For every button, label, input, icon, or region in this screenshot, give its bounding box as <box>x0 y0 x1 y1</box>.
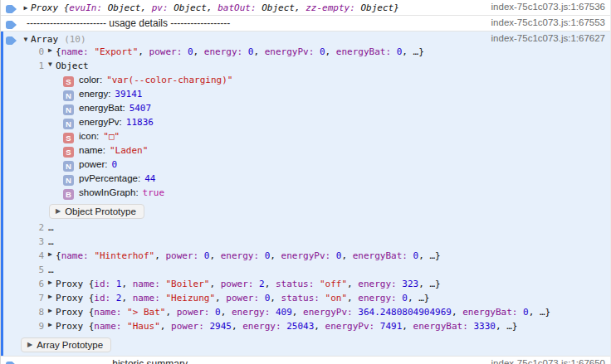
token-n: 2 <box>259 279 265 289</box>
console-entry-3: ------------------------- historic summa… <box>1 357 610 364</box>
token-p: , <box>193 46 204 57</box>
property-row[interactable]: Npower:0 <box>1 159 610 173</box>
item-preview: Proxy {id: 2, name: "Heizung", power: 0,… <box>56 293 429 307</box>
disclosure-triangle-icon[interactable]: ▶ <box>48 321 56 335</box>
type-badge-string-icon: S <box>63 76 74 87</box>
object-preview[interactable]: Proxy {evuIn: Object, pv: Object, batOut… <box>31 2 399 14</box>
disclosure-triangle-icon[interactable]: ▼ <box>21 33 31 46</box>
token-n: 25043 <box>286 321 314 332</box>
object-prototype-button[interactable]: ▶Object Prototype <box>49 204 144 219</box>
token-k: energy: <box>221 250 259 261</box>
disclosure-triangle-icon[interactable]: ▶ <box>48 293 56 307</box>
prototype-button-label: Array Prototype <box>37 340 103 350</box>
array-title[interactable]: Array <box>31 33 58 46</box>
token-p: , <box>215 293 226 303</box>
array-index: 5 <box>34 265 44 279</box>
array-item-row[interactable]: 7▶Proxy {id: 2, name: "Heizung", power: … <box>1 293 610 307</box>
disclosure-triangle-icon[interactable]: ▼ <box>48 61 56 75</box>
devtools-console-panel: ▶Proxy {evuIn: Object, pv: Object, batOu… <box>0 0 611 364</box>
message-content: ------------------------ usage details -… <box>21 17 483 29</box>
token-n: 39141 <box>115 89 142 99</box>
token-p: , <box>270 293 281 303</box>
token-n: 2945 <box>209 321 232 332</box>
token-p <box>110 279 116 289</box>
property-value: 39141 <box>115 89 142 103</box>
array-item-row[interactable]: 9▶Proxy {name: "Haus", power: 2945, ener… <box>1 321 610 335</box>
array-item-row[interactable]: 0▶{name: "Export", power: 0, energy: 0, … <box>1 46 610 61</box>
console-entry-header[interactable]: ▶Proxy {evuIn: Object, pv: Object, batOu… <box>1 0 610 15</box>
disclosure-triangle-icon[interactable]: ▶ <box>48 307 56 321</box>
token-n: 0 <box>215 307 221 318</box>
disclosure-triangle-icon: ▶ <box>27 341 32 348</box>
message-content: ------------------------- historic summa… <box>21 358 483 364</box>
disclosure-triangle-icon[interactable]: ▶ <box>48 46 56 61</box>
type-badge-number-icon: N <box>63 90 74 101</box>
token-p <box>408 250 413 261</box>
property-row[interactable]: NenergyPv:11836 <box>1 117 610 131</box>
disclosure-triangle-icon[interactable]: ▶ <box>21 2 31 14</box>
disclosure-triangle-icon[interactable]: ▶ <box>48 250 56 265</box>
property-row[interactable]: Sname:"Laden" <box>1 145 610 159</box>
array-index: 0 <box>34 46 44 61</box>
property-row[interactable]: NpvPercentage:44 <box>1 173 610 187</box>
array-item-row[interactable]: 2… <box>1 222 610 236</box>
token-ki: pv: <box>152 2 169 13</box>
property-name: icon: <box>79 131 99 145</box>
token-p: Proxy { <box>56 279 94 289</box>
array-item-row[interactable]: 1▼Object <box>1 61 610 75</box>
source-location-link[interactable]: index-75c1c073.js:1:67650 <box>483 358 607 364</box>
token-p: , <box>138 46 149 57</box>
array-prototype-button[interactable]: ▶Array Prototype <box>21 337 111 352</box>
token-k: status: <box>276 279 314 289</box>
property-row[interactable]: BshowInGraph:true <box>1 187 610 201</box>
token-p: , <box>452 307 462 318</box>
token-p <box>270 307 276 318</box>
token-p <box>391 46 397 57</box>
item-preview: {name: "Hinterhof", power: 0, energy: 0,… <box>56 250 441 265</box>
property-name: showInGraph: <box>79 187 139 201</box>
property-row[interactable]: Sicon:"□" <box>1 131 610 145</box>
token-k: name: <box>94 321 121 332</box>
token-n: 0 <box>188 46 193 57</box>
disclosure-triangle-icon[interactable]: ▶ <box>48 279 56 293</box>
type-badge-number-icon: N <box>63 104 74 115</box>
property-value: 0 <box>112 159 118 173</box>
console-entry-header[interactable]: ▼Array(10)index-75c1c073.js:1:67627 <box>1 32 610 46</box>
disclosure-triangle-icon: ▶ <box>56 207 61 215</box>
array-item-row[interactable]: 6▶Proxy {id: 1, name: "Boiler", power: 2… <box>1 279 610 293</box>
token-s: "Haus" <box>127 321 160 332</box>
token-ki: zz-empty: <box>306 2 355 13</box>
array-index: 3 <box>34 236 44 250</box>
array-item-row[interactable]: 5… <box>1 265 610 279</box>
token-p <box>374 321 380 332</box>
token-p: , …} <box>496 321 518 332</box>
token-k: energy: <box>232 307 270 318</box>
prototype-row: ▶Array Prototype <box>1 335 610 352</box>
item-preview: Proxy {id: 1, name: "Boiler", power: 2, … <box>56 279 441 293</box>
log-text: ------------------------ usage details -… <box>27 17 230 29</box>
array-item-row[interactable]: 3… <box>1 236 610 250</box>
console-entry-header[interactable]: ------------------------ usage details -… <box>1 16 610 31</box>
array-tree: 0▶{name: "Export", power: 0, energy: 0, … <box>1 46 610 356</box>
source-location-link[interactable]: index-75c1c073.js:1:67627 <box>483 33 607 43</box>
source-location-link[interactable]: index-75c1c073.js:1:67553 <box>483 17 607 27</box>
source-location-link[interactable]: index-75c1c073.js:1:67536 <box>483 2 607 12</box>
token-k: energyPv: <box>325 321 375 332</box>
token-p: , <box>209 279 220 289</box>
property-row[interactable]: Scolor:"var(--color-charging)" <box>1 75 610 89</box>
token-p: Proxy { <box>56 307 94 318</box>
token-p <box>182 46 188 57</box>
array-item-row[interactable]: 8▶Proxy {name: "> Bat", power: 0, energy… <box>1 307 610 321</box>
token-p <box>242 46 248 57</box>
array-item-row[interactable]: 4▶{name: "Hinterhof", power: 0, energy: … <box>1 250 610 265</box>
token-p <box>320 293 325 303</box>
console-log-icon <box>6 21 17 29</box>
property-row[interactable]: NenergyBat:5407 <box>1 103 610 117</box>
property-row[interactable]: Nenergy:39141 <box>1 89 610 103</box>
item-preview: Proxy {name: "Haus", power: 2945, energy… <box>56 321 517 335</box>
token-p: , …} <box>418 250 441 261</box>
token-ki: batOut: <box>218 2 256 13</box>
token-p: , <box>402 321 413 332</box>
property-name: energyPv: <box>79 117 122 131</box>
console-entry-header[interactable]: ------------------------- historic summa… <box>1 357 610 364</box>
